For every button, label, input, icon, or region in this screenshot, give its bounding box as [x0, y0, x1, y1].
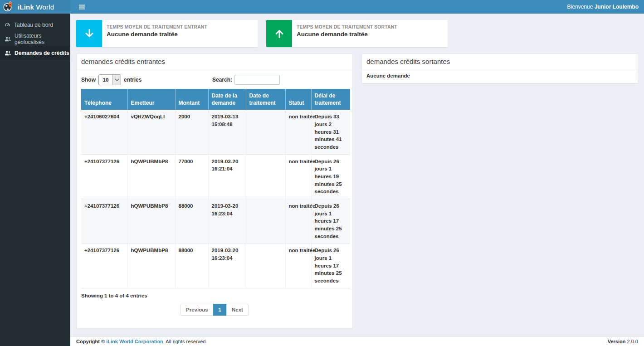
cell-telephone: +24107377126: [81, 154, 127, 199]
cell-date-demande: 2019-03-20 16:23:04: [208, 199, 246, 244]
rights-text: . All rights reserved.: [163, 339, 207, 344]
cell-delai: Depuis 26 jours 1 heures 17 minutes 25 s…: [311, 244, 350, 288]
cell-date-traitement: [246, 154, 285, 199]
cell-montant: 77000: [175, 154, 208, 199]
cell-date-traitement: [246, 244, 285, 288]
show-label: Show: [81, 77, 96, 83]
next-page-button[interactable]: Next: [226, 304, 249, 316]
cell-delai: Depuis 26 jours 1 heures 19 minutes 25 s…: [311, 154, 350, 199]
panel-demandes-entrantes: demandes crédits entrantes Show 10 entri: [76, 54, 353, 329]
demandes-entrantes-table: Téléphone Emetteur Montant Date de la de…: [81, 89, 350, 288]
users-icon: [5, 50, 11, 56]
card-text: TEMPS MOYEN DE TRAITEMENT SORTANT Aucune…: [292, 20, 402, 47]
brand-name: iLink World: [18, 3, 54, 11]
welcome-message: Bienvenue Junior Loulembo: [567, 4, 639, 10]
search-label: Search:: [212, 77, 232, 83]
arrow-up-icon: [273, 28, 285, 39]
card-title: TEMPS MOYEN DE TRAITEMENT ENTRANT: [107, 24, 207, 29]
version-text: Version 2.0.0: [608, 339, 638, 344]
sidebar-toggle-button[interactable]: [76, 2, 88, 12]
entries-label: entries: [124, 77, 141, 83]
cell-statut: non traitée: [285, 154, 311, 199]
pagination-wrap: Previous 1 Next: [81, 298, 348, 324]
previous-page-button[interactable]: Previous: [181, 304, 214, 316]
page-length-value: 10: [99, 75, 112, 85]
panels-grid: demandes crédits entrantes Show 10 entri: [76, 54, 638, 336]
users-icon: [5, 36, 11, 42]
page-1-button[interactable]: 1: [213, 304, 227, 316]
search-input[interactable]: [234, 75, 280, 85]
table-row: +24107377126 hQWPUBMbP8 88000 2019-03-20…: [81, 199, 350, 244]
table-info: Showing 1 to 4 of 4 entries: [81, 288, 348, 298]
cell-statut: non traitée: [285, 110, 311, 154]
pagination: Previous 1 Next: [181, 304, 249, 316]
version-value: 2.0.0: [625, 339, 638, 344]
cell-montant: 2000: [175, 110, 208, 154]
summary-cards-row: TEMPS MOYEN DE TRAITEMENT ENTRANT Aucune…: [76, 20, 638, 47]
cell-delai: Depuis 26 jours 1 heures 17 minutes 25 s…: [311, 199, 350, 244]
card-icon-box: [266, 20, 292, 47]
card-temps-moyen-sortant: TEMPS MOYEN DE TRAITEMENT SORTANT Aucune…: [266, 20, 448, 47]
copyright-bold: Copyright ©: [76, 339, 106, 344]
cell-emetteur: vQRZWQoqLI: [127, 110, 175, 154]
panel-body: Show 10 entries Search:: [77, 69, 352, 328]
table-header-row: Téléphone Emetteur Montant Date de la de…: [81, 89, 350, 110]
cell-telephone: +24107377126: [81, 244, 127, 288]
cell-date-demande: 2019-03-20 16:21:04: [208, 154, 246, 199]
content: TEMPS MOYEN DE TRAITEMENT ENTRANT Aucune…: [70, 14, 644, 336]
table-row: +24106027604 vQRZWQoqLI 2000 2019-03-13 …: [81, 110, 350, 154]
panel-title: demandes crédits entrantes: [77, 54, 352, 69]
table-controls: Show 10 entries Search:: [81, 73, 348, 89]
empty-message: Aucune demande: [366, 73, 633, 78]
panel-body: Aucune demande: [362, 69, 638, 83]
column-header-delai-traitement[interactable]: Délai de traitement: [311, 89, 350, 110]
arrow-down-icon: [83, 28, 95, 39]
cell-montant: 88000: [175, 199, 208, 244]
cell-emetteur: hQWPUBMbP8: [127, 244, 175, 288]
cell-statut: non traitée: [285, 199, 311, 244]
cell-telephone: +24106027604: [81, 110, 127, 154]
cell-delai: Depuis 33 jours 2 heures 31 minutes 41 s…: [311, 110, 350, 154]
cell-date-traitement: [246, 199, 285, 244]
footer: Copyright © iLink World Corporation. All…: [70, 336, 644, 346]
hamburger-icon: [78, 5, 85, 10]
column-header-statut[interactable]: Statut: [285, 89, 311, 110]
top-navbar: iLink World Bienvenue Junior Loulembo: [0, 0, 644, 14]
column-header-montant[interactable]: Montant: [175, 89, 208, 110]
cell-telephone: +24107377126: [81, 199, 127, 244]
card-title: TEMPS MOYEN DE TRAITEMENT SORTANT: [297, 24, 397, 29]
column-header-date-demande[interactable]: Date de la demande: [208, 89, 246, 110]
chevron-down-icon: [112, 75, 121, 85]
cell-emetteur: hQWPUBMbP8: [127, 199, 175, 244]
search-control: Search:: [212, 75, 280, 85]
card-message: Aucune demande traltée: [107, 31, 207, 38]
copyright-text: Copyright © iLink World Corporation. All…: [76, 339, 207, 344]
brand-logo[interactable]: iLink World: [0, 0, 70, 14]
sidebar: Tableau de bord Utilisateurs géolocalisé…: [0, 14, 70, 346]
table-row: +24107377126 hQWPUBMbP8 77000 2019-03-20…: [81, 154, 350, 199]
sidebar-item-tableau-de-bord[interactable]: Tableau de bord: [0, 18, 70, 32]
cell-montant: 88000: [175, 244, 208, 288]
sidebar-item-utilisateurs-geolocalises[interactable]: Utilisateurs géolocalisés: [0, 32, 70, 46]
card-text: TEMPS MOYEN DE TRAITEMENT ENTRANT Aucune…: [102, 20, 212, 47]
cell-statut: non traitée: [285, 244, 311, 288]
sidebar-item-label: Tableau de bord: [14, 22, 53, 28]
main-area: TEMPS MOYEN DE TRAITEMENT ENTRANT Aucune…: [70, 14, 644, 346]
card-temps-moyen-entrant: TEMPS MOYEN DE TRAITEMENT ENTRANT Aucune…: [76, 20, 258, 47]
sidebar-item-demandes-de-credits[interactable]: Demandes de crédits: [0, 46, 70, 60]
page-length-select[interactable]: 10: [98, 74, 121, 85]
column-header-date-traitement[interactable]: Date de traitement: [246, 89, 285, 110]
column-header-emetteur[interactable]: Emetteur: [127, 89, 175, 110]
page-length-control: Show 10 entries: [81, 74, 141, 85]
sidebar-item-label: Utilisateurs géolocalisés: [15, 33, 70, 45]
dashboard-icon: [5, 22, 10, 28]
company-link[interactable]: iLink World Corporation: [106, 339, 163, 344]
column-header-telephone[interactable]: Téléphone: [81, 89, 127, 110]
card-message: Aucune demande traltée: [297, 31, 397, 38]
cell-date-demande: 2019-03-20 16:23:04: [208, 244, 246, 288]
cell-emetteur: hQWPUBMbP8: [127, 154, 175, 199]
globe-pin-logo-icon: [3, 1, 14, 12]
sidebar-item-label: Demandes de crédits: [15, 50, 69, 56]
card-icon-box: [76, 20, 102, 47]
cell-date-demande: 2019-03-13 15:08:48: [208, 110, 246, 154]
